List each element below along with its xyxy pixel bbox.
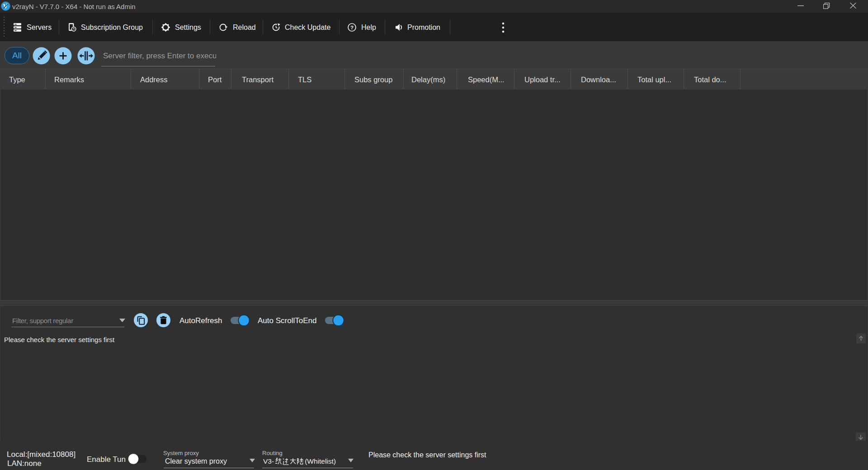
- svg-text:?: ?: [350, 25, 354, 30]
